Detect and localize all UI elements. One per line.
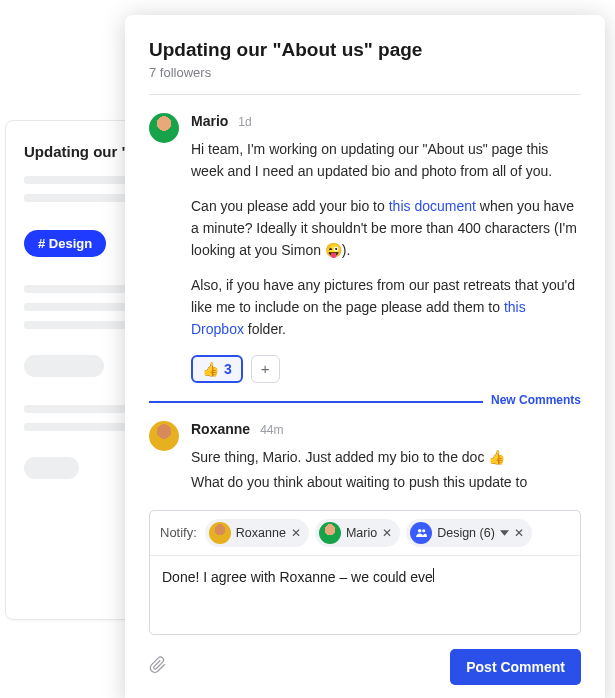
new-comments-divider: New Comments xyxy=(149,401,581,403)
add-reaction-button[interactable]: + xyxy=(251,355,280,383)
group-icon xyxy=(410,522,432,544)
paperclip-icon xyxy=(149,656,167,674)
comment-timestamp: 44m xyxy=(260,423,283,437)
remove-recipient-button[interactable]: ✕ xyxy=(382,526,392,540)
post-panel: Updating our "About us" page 7 followers… xyxy=(125,15,605,698)
comment-paragraph: Hi team, I'm working on updating our "Ab… xyxy=(191,139,581,182)
avatar-roxanne-icon xyxy=(209,522,231,544)
thumbsup-icon: 👍 xyxy=(488,449,505,465)
new-comments-label: New Comments xyxy=(483,393,581,407)
reaction-count: 3 xyxy=(224,361,232,377)
remove-recipient-button[interactable]: ✕ xyxy=(291,526,301,540)
comment-timestamp: 1d xyxy=(238,115,251,129)
remove-recipient-button[interactable]: ✕ xyxy=(514,526,524,540)
post-comment-button[interactable]: Post Comment xyxy=(450,649,581,685)
svg-point-0 xyxy=(418,529,422,533)
avatar-mario-icon xyxy=(319,522,341,544)
comment-paragraph: What do you think about waiting to push … xyxy=(191,472,581,494)
comment-author[interactable]: Roxanne xyxy=(191,421,250,437)
attachment-button[interactable] xyxy=(149,656,167,678)
comment-author[interactable]: Mario xyxy=(191,113,228,129)
notify-chip-design-group[interactable]: Design (6) ✕ xyxy=(406,519,532,547)
divider xyxy=(149,94,581,95)
avatar-roxanne[interactable] xyxy=(149,421,179,451)
thumbsup-icon: 👍 xyxy=(202,361,219,377)
reaction-thumbsup[interactable]: 👍 3 xyxy=(191,355,243,383)
followers-count[interactable]: 7 followers xyxy=(149,65,581,80)
post-title: Updating our "About us" page xyxy=(149,39,581,61)
svg-point-1 xyxy=(422,530,425,533)
document-link[interactable]: this document xyxy=(389,198,476,214)
notify-chip-mario[interactable]: Mario ✕ xyxy=(315,519,400,547)
comment: Roxanne 44m Sure thing, Mario. Just adde… xyxy=(149,421,581,498)
chevron-down-icon[interactable] xyxy=(500,530,509,536)
notify-row: Notify: Roxanne ✕ Mario ✕ Design (6) ✕ xyxy=(150,511,580,556)
comment-paragraph: Can you please add your bio to this docu… xyxy=(191,196,581,261)
avatar-mario[interactable] xyxy=(149,113,179,143)
compose-box: Notify: Roxanne ✕ Mario ✕ Design (6) ✕ xyxy=(149,510,581,635)
comment-paragraph: Sure thing, Mario. Just added my bio to … xyxy=(191,447,581,469)
comment: Mario 1d Hi team, I'm working on updatin… xyxy=(149,113,581,383)
notify-chip-roxanne[interactable]: Roxanne ✕ xyxy=(205,519,309,547)
comment-input[interactable]: Done! I agree with Roxanne – we could ev… xyxy=(150,556,580,634)
design-tag-chip[interactable]: # Design xyxy=(24,230,106,257)
notify-label: Notify: xyxy=(160,525,197,540)
comment-paragraph: Also, if you have any pictures from our … xyxy=(191,275,581,340)
